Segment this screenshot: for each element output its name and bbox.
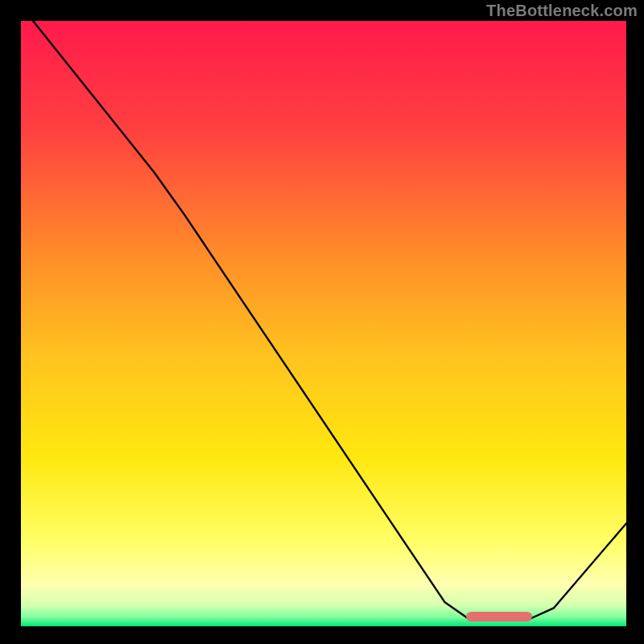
- curve-layer: [21, 21, 626, 626]
- plot-area: [21, 21, 626, 626]
- chart-frame: TheBottleneck.com: [0, 0, 644, 644]
- optimal-range-marker: [466, 612, 533, 621]
- bottleneck-curve: [33, 21, 626, 619]
- watermark-text: TheBottleneck.com: [486, 2, 638, 20]
